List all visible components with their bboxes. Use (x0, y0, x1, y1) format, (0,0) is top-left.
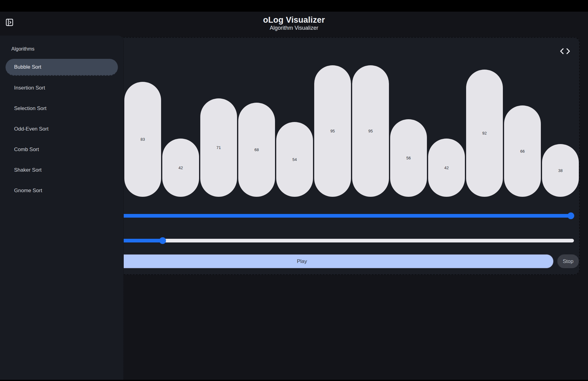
sidebar-item-gnome-sort[interactable]: Gnome Sort (6, 182, 118, 199)
sidebar: Algorithms Bubble SortInsertion SortSele… (0, 36, 124, 380)
app-subtitle: Algorithm Visualizer (0, 25, 588, 31)
array-bar-value: 56 (406, 156, 411, 160)
array-bar: 42 (428, 139, 465, 197)
top-black-strip (0, 0, 588, 12)
array-bar-value: 66 (520, 149, 525, 154)
sidebar-item-label: Bubble Sort (14, 64, 41, 70)
bottom-black-strip (0, 380, 588, 381)
array-bar-value: 68 (254, 147, 259, 152)
sidebar-item-label: Comb Sort (14, 147, 39, 153)
play-button[interactable]: Play (51, 254, 553, 268)
app-header: oLog Visualizer Algorithm Visualizer (0, 12, 588, 37)
speed-slider-fill (51, 214, 571, 218)
speed-slider[interactable] (51, 214, 574, 218)
sidebar-item-insertion-sort[interactable]: Insertion Sort (6, 79, 118, 96)
array-bar-value: 71 (217, 145, 221, 150)
array-bar-value: 42 (179, 166, 183, 170)
sidebar-item-label: Gnome Sort (14, 188, 42, 194)
app-title: oLog Visualizer (0, 15, 588, 25)
array-bar: 38 (542, 144, 579, 197)
array-bar: 71 (200, 98, 237, 197)
size-slider-thumb[interactable] (159, 237, 166, 244)
bar-chart: 834271685495955642926638 (124, 65, 579, 197)
sidebar-item-label: Insertion Sort (14, 85, 45, 91)
sidebar-item-bubble-sort[interactable]: Bubble Sort (6, 59, 118, 76)
array-bar-value: 83 (141, 137, 145, 142)
array-bar: 54 (276, 122, 313, 197)
panel-left-open-icon (5, 18, 14, 27)
array-bar-value: 38 (558, 168, 563, 173)
array-bar-value: 42 (444, 166, 449, 170)
array-bar: 68 (238, 103, 275, 197)
array-bar: 95 (352, 65, 389, 197)
sidebar-item-odd-even-sort[interactable]: Odd-Even Sort (6, 120, 118, 137)
size-slider[interactable] (51, 239, 574, 242)
array-bar: 92 (466, 70, 503, 197)
sidebar-item-label: Shaker Sort (14, 167, 42, 173)
stop-button[interactable]: Stop (557, 254, 579, 268)
array-bar: 42 (162, 139, 199, 197)
array-bar-value: 95 (330, 129, 335, 133)
sidebar-toggle-button[interactable] (4, 17, 15, 28)
sidebar-item-shaker-sort[interactable]: Shaker Sort (6, 162, 118, 178)
code-icon (559, 47, 571, 56)
speed-slider-thumb[interactable] (567, 212, 574, 219)
array-bar: 95 (314, 65, 351, 197)
sidebar-item-selection-sort[interactable]: Selection Sort (6, 100, 118, 117)
array-bar: 56 (390, 119, 427, 197)
sidebar-item-comb-sort[interactable]: Comb Sort (6, 141, 118, 158)
sidebar-heading: Algorithms (11, 46, 118, 52)
array-bar: 83 (124, 82, 161, 197)
sidebar-item-label: Odd-Even Sort (14, 126, 48, 132)
array-bar-value: 54 (292, 157, 297, 162)
view-code-button[interactable] (558, 46, 572, 57)
array-bar: 66 (504, 105, 541, 197)
sidebar-item-label: Selection Sort (14, 105, 47, 112)
algorithm-list: Bubble SortInsertion SortSelection SortO… (6, 59, 118, 199)
array-bar-value: 95 (368, 129, 373, 133)
array-bar-value: 92 (482, 131, 487, 135)
